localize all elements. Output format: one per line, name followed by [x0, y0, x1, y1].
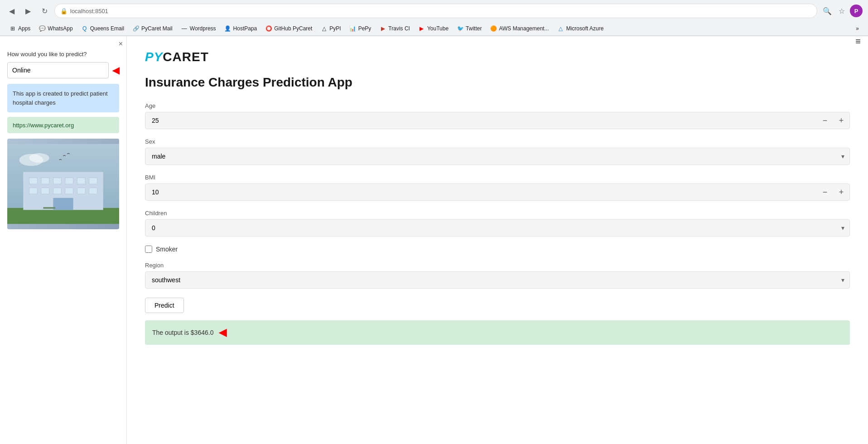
- age-field-group: Age 25 − +: [145, 102, 850, 129]
- smoker-checkbox[interactable]: [145, 246, 152, 253]
- bookmark-twitter[interactable]: 🐦 Twitter: [453, 24, 485, 34]
- pycaret-link[interactable]: https://www.pycaret.org: [13, 122, 74, 129]
- whatsapp-icon: 💬: [39, 25, 46, 32]
- bookmark-hostpapa-label: HostPapa: [233, 25, 257, 32]
- search-button[interactable]: 🔍: [821, 5, 834, 17]
- lock-icon: 🔒: [60, 8, 68, 14]
- refresh-button[interactable]: ↻: [38, 5, 51, 17]
- youtube-icon: ▶: [418, 25, 425, 32]
- bookmark-travis-label: Travis CI: [388, 25, 410, 32]
- bmi-increment-button[interactable]: +: [833, 184, 849, 200]
- region-label: Region: [145, 262, 850, 269]
- url-text: localhost:8501: [70, 8, 108, 14]
- output-box: The output is $3646.0 ◀: [145, 320, 850, 345]
- bookmark-github-label: GitHub PyCaret: [274, 25, 312, 32]
- info-text: This app is created to predict patient h…: [13, 90, 108, 106]
- bookmark-hostpapa[interactable]: 👤 HostPapa: [221, 24, 261, 34]
- hamburger-button[interactable]: ≡: [855, 36, 861, 47]
- svg-rect-10: [89, 178, 97, 184]
- svg-rect-5: [29, 178, 38, 184]
- link-box[interactable]: https://www.pycaret.org: [7, 117, 119, 133]
- svg-rect-8: [65, 178, 73, 184]
- bookmark-youtube[interactable]: ▶ YouTube: [415, 24, 452, 34]
- queens-email-icon: Q: [81, 25, 88, 32]
- aws-icon: 🟠: [490, 25, 497, 32]
- predict-button[interactable]: Predict: [145, 298, 184, 313]
- star-button[interactable]: ☆: [835, 5, 848, 17]
- children-label: Children: [145, 210, 850, 217]
- sex-field-group: Sex male female: [145, 138, 850, 165]
- svg-rect-17: [53, 198, 73, 210]
- bookmark-pypi[interactable]: △ PyPI: [317, 24, 344, 34]
- children-select[interactable]: 0 1 2 3 4 5: [145, 219, 850, 236]
- age-increment-button[interactable]: +: [833, 112, 849, 129]
- app-title: Insurance Charges Prediction App: [145, 75, 850, 90]
- browser-toolbar: ◀ ▶ ↻ 🔒 localhost:8501 🔍 ☆ P: [0, 0, 868, 22]
- bmi-label: BMI: [145, 174, 850, 181]
- age-decrement-button[interactable]: −: [817, 112, 833, 129]
- sex-select[interactable]: male female: [145, 148, 850, 165]
- bookmark-apps[interactable]: ⊞ Apps: [5, 24, 34, 34]
- svg-rect-7: [53, 178, 61, 184]
- sidebar: × How would you like to predict? Online …: [0, 36, 127, 444]
- bookmark-aws[interactable]: 🟠 AWS Management...: [486, 24, 552, 34]
- bookmark-pycaret-mail[interactable]: 🔗 PyCaret Mail: [129, 24, 176, 34]
- browser-chrome: ◀ ▶ ↻ 🔒 localhost:8501 🔍 ☆ P ⊞ Apps 💬 Wh…: [0, 0, 868, 36]
- wordpress-icon: —: [181, 25, 188, 32]
- region-select-wrapper: southwest southeast northwest northeast: [145, 271, 850, 289]
- svg-rect-12: [41, 188, 49, 194]
- app-container: × How would you like to predict? Online …: [0, 36, 868, 444]
- region-select[interactable]: southwest southeast northwest northeast: [145, 271, 850, 289]
- bookmark-pepy[interactable]: 📊 PePy: [346, 24, 375, 34]
- pycaret-mail-icon: 🔗: [132, 25, 140, 32]
- hospital-svg: [7, 139, 119, 229]
- age-input-row: 25 − +: [145, 112, 850, 129]
- sidebar-close-button[interactable]: ×: [119, 40, 123, 48]
- bmi-decrement-button[interactable]: −: [817, 184, 833, 200]
- svg-rect-18: [43, 207, 55, 209]
- bookmark-apps-label: Apps: [18, 25, 30, 32]
- hospital-image: [7, 139, 119, 229]
- bookmark-github-pycaret[interactable]: ⭕ GitHub PyCaret: [261, 24, 316, 34]
- back-button[interactable]: ◀: [5, 5, 18, 17]
- children-field-group: Children 0 1 2 3 4 5: [145, 210, 850, 236]
- svg-rect-9: [77, 178, 85, 184]
- logo-py: PY: [145, 50, 163, 64]
- bookmark-azure[interactable]: △ Microsoft Azure: [554, 24, 608, 34]
- logo: PYCARET: [145, 50, 209, 64]
- sidebar-content: How would you like to predict? Online Ba…: [0, 36, 126, 236]
- output-red-arrow: ◀: [219, 327, 227, 338]
- svg-rect-15: [77, 188, 85, 194]
- smoker-label: Smoker: [156, 246, 178, 253]
- bookmark-wordpress-label: Wordpress: [190, 25, 216, 32]
- bookmarks-more-btn[interactable]: »: [852, 24, 863, 33]
- bookmark-whatsapp[interactable]: 💬 WhatsApp: [35, 24, 76, 34]
- output-text: The output is $3646.0: [152, 329, 213, 336]
- svg-rect-3: [7, 208, 119, 224]
- bookmarks-bar: ⊞ Apps 💬 WhatsApp Q Queens Email 🔗 PyCar…: [0, 22, 868, 36]
- pycaret-logo: PYCARET: [145, 50, 850, 64]
- main-content: ≡ PYCARET Insurance Charges Prediction A…: [127, 36, 868, 444]
- hostpapa-icon: 👤: [224, 25, 231, 32]
- address-bar[interactable]: 🔒 localhost:8501: [54, 4, 817, 18]
- pepy-icon: 📊: [349, 25, 357, 32]
- bookmark-youtube-label: YouTube: [427, 25, 448, 32]
- bmi-input-row: 10 − +: [145, 183, 850, 201]
- svg-rect-14: [65, 188, 73, 194]
- avatar[interactable]: P: [850, 5, 863, 17]
- twitter-icon: 🐦: [457, 25, 464, 32]
- bookmark-travis[interactable]: ▶ Travis CI: [376, 24, 414, 34]
- svg-rect-13: [53, 188, 61, 194]
- bookmark-wordpress[interactable]: — Wordpress: [177, 24, 220, 34]
- sex-select-wrapper: male female: [145, 148, 850, 165]
- forward-button[interactable]: ▶: [22, 5, 34, 17]
- bookmark-queens-email[interactable]: Q Queens Email: [77, 24, 128, 34]
- bmi-field-group: BMI 10 − +: [145, 174, 850, 201]
- azure-icon: △: [557, 25, 564, 32]
- bookmark-whatsapp-label: WhatsApp: [48, 25, 72, 32]
- predict-mode-select[interactable]: Online Batch: [7, 62, 109, 78]
- svg-point-2: [29, 153, 49, 163]
- bookmark-pycaret-mail-label: PyCaret Mail: [141, 25, 173, 32]
- apps-icon: ⊞: [9, 25, 16, 32]
- github-icon: ⭕: [265, 25, 272, 32]
